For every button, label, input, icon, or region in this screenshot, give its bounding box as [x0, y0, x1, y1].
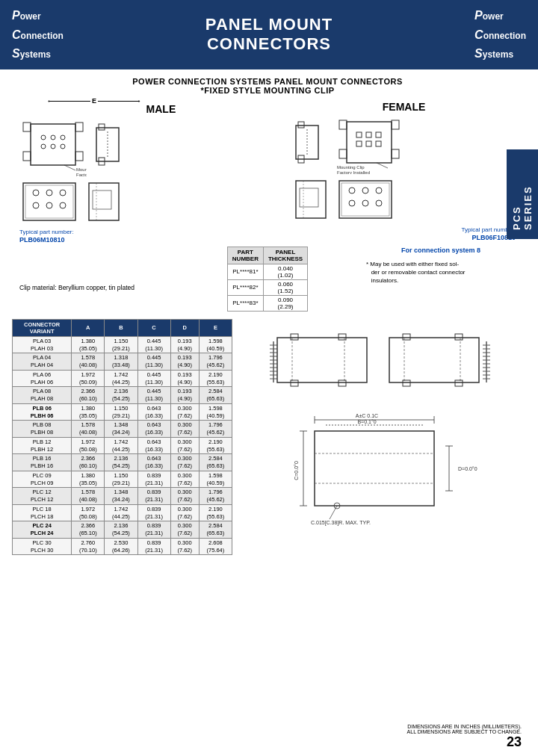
svg-text:A±C 0.1C: A±C 0.1C [355, 413, 377, 418]
male-label: MALE [79, 103, 243, 115]
svg-rect-87 [389, 338, 479, 382]
connector-data-table: CONNECTORVARIANT A B C D E PLA 03PLAH 03… [12, 319, 232, 556]
svg-line-44 [377, 163, 388, 168]
svg-point-8 [41, 144, 46, 149]
male-part-label: Typical part number: PLB06M10810 [19, 227, 243, 244]
svg-rect-50 [339, 181, 392, 218]
svg-point-23 [46, 202, 52, 208]
col-header-e: E [199, 319, 232, 336]
svg-point-51 [349, 188, 355, 193]
page-header: Power Connection Systems PANEL MOUNT CON… [0, 0, 538, 69]
male-diagram-section: ← E → MALE [19, 101, 243, 244]
svg-rect-93 [455, 380, 463, 386]
panel-table-section: PARTNUMBER PANELTHICKNESS PL****81* 0.04… [227, 247, 308, 312]
female-diagram-section: FEMALE [292, 101, 516, 244]
male-bottom-view-1 [19, 179, 79, 224]
svg-rect-30 [298, 122, 304, 128]
svg-point-21 [60, 190, 66, 196]
series-tab: PCS SERIES [507, 149, 538, 239]
svg-text:Mounting Clip: Mounting Clip [76, 167, 87, 172]
svg-rect-42 [366, 141, 371, 146]
header-left-p: P [12, 9, 20, 22]
svg-rect-26 [89, 183, 119, 220]
svg-text:Factory Installed: Factory Installed [337, 170, 370, 174]
table-row: PLA 04PLAH 04 1.578(40.08) 1.318(33.48) … [13, 353, 232, 371]
svg-rect-74 [291, 380, 298, 386]
svg-rect-48 [300, 188, 318, 207]
svg-rect-27 [93, 190, 111, 209]
connection-note: For connection system 8 [366, 247, 516, 254]
table-row: PLB 08PLBH 08 1.578(40.08) 1.348(34.24) … [13, 421, 232, 438]
dimension-annotation-diagram: A±C 0.1C B=0.1°0 C=0.0°0 D=0.0°0 C.01 [270, 409, 494, 543]
svg-line-11 [64, 165, 75, 170]
svg-rect-92 [403, 380, 410, 386]
female-bottom-view-1 [292, 177, 330, 222]
asterisk-note: * May be used with either fixed sol- der… [366, 260, 516, 285]
svg-rect-33 [347, 122, 392, 163]
svg-rect-38 [356, 132, 362, 137]
page-footer: DIMENSIONS ARE IN INCHES (MILLIMETERS). … [407, 724, 522, 750]
svg-text:Factory Installed: Factory Installed [76, 173, 87, 176]
panel-table-row: PL****82* 0.060(1.52) [227, 279, 307, 295]
svg-rect-18 [23, 183, 75, 220]
header-center-title: PANEL MOUNT CONNECTORS [205, 15, 333, 55]
svg-rect-37 [392, 149, 399, 158]
panel-table-row: PL****83* 0.090(2.29) [227, 295, 307, 311]
female-part-label: Typical part number: PLB06F10810 [292, 225, 516, 241]
svg-rect-2 [75, 123, 83, 131]
svg-rect-72 [291, 334, 298, 340]
svg-text:C.015[C.38]R. MAX. TYP.: C.015[C.38]R. MAX. TYP. [311, 520, 371, 526]
svg-rect-4 [75, 152, 83, 161]
main-content: POWER CONNECTION SYSTEMS PANEL MOUNT CON… [0, 69, 538, 563]
male-part-number: PLB06M10810 [19, 236, 65, 244]
svg-point-10 [61, 144, 65, 149]
svg-rect-25 [25, 185, 73, 218]
connector-data-table-wrapper: CONNECTORVARIANT A B C D E PLA 03PLAH 03… [12, 319, 232, 556]
svg-text:B=0.1°0: B=0.1°0 [357, 419, 376, 424]
header-right-c: C [474, 28, 483, 41]
female-front-view: Mounting Clip Factory Installed [336, 114, 403, 174]
svg-rect-34 [339, 120, 347, 129]
svg-rect-91 [455, 334, 463, 340]
svg-line-112 [330, 506, 337, 519]
svg-point-55 [362, 200, 368, 206]
female-side-view [292, 114, 330, 174]
table-row: PLA 06PLAH 06 1.972(50.09) 1.742(44.25) … [13, 370, 232, 387]
male-bottom-view-2 [85, 179, 123, 224]
header-right-p: P [474, 9, 483, 22]
female-label: FEMALE [292, 101, 516, 113]
svg-point-54 [349, 200, 355, 206]
svg-point-52 [362, 188, 368, 193]
svg-rect-15 [99, 124, 105, 130]
svg-rect-69 [277, 338, 367, 382]
svg-point-53 [376, 188, 382, 193]
svg-rect-75 [338, 380, 346, 386]
change-note: ALL DIMENSIONS ARE SUBJECT TO CHANGE. [407, 729, 522, 734]
table-row: PLC 12PLCH 12 1.578(40.08) 1.348(34.24) … [13, 488, 232, 505]
svg-point-9 [51, 144, 55, 149]
svg-point-6 [51, 135, 55, 140]
title-line2: *FIXED STYLE MOUNTING CLIP [12, 86, 523, 95]
clip-material-text: Clip material: Beryllium copper, tin pla… [19, 284, 169, 291]
table-row: PLA 08PLAH 08 2.366(60.10) 2.136(54.25) … [13, 387, 232, 404]
svg-rect-3 [23, 152, 31, 161]
svg-text:D=0.0°0: D=0.0°0 [458, 466, 477, 471]
dimensions-note: DIMENSIONS ARE IN INCHES (MILLIMETERS). [407, 724, 522, 729]
svg-rect-36 [339, 149, 347, 158]
svg-rect-41 [356, 141, 362, 146]
svg-rect-47 [296, 181, 326, 218]
title-line1: POWER CONNECTION SYSTEMS PANEL MOUNT CON… [12, 77, 523, 86]
header-left-s: S [12, 47, 20, 60]
svg-text:Mounting Clip: Mounting Clip [337, 165, 365, 170]
svg-rect-1 [23, 123, 31, 131]
page-number: 23 [507, 734, 522, 749]
svg-rect-57 [341, 183, 389, 216]
section-title: POWER CONNECTION SYSTEMS PANEL MOUNT CON… [12, 77, 523, 95]
panel-table-row: PL****81* 0.040(1.02) [227, 264, 307, 279]
svg-rect-73 [338, 334, 346, 340]
svg-rect-40 [376, 132, 381, 137]
table-row: PLA 03PLAH 03 1.380(35.05) 1.150(29.21) … [13, 336, 232, 353]
svg-text:C=0.0°0: C=0.0°0 [294, 461, 299, 480]
header-right-s: S [474, 47, 483, 60]
svg-rect-43 [376, 141, 381, 146]
